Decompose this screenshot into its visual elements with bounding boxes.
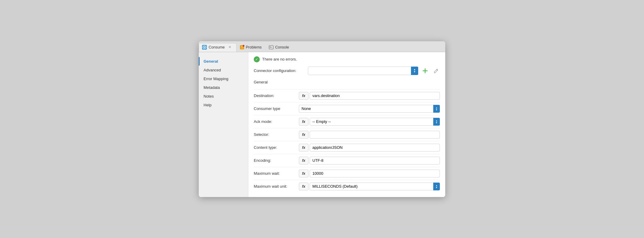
selector-fx-button[interactable]: fx — [299, 131, 308, 139]
field-row-maximum-wait: Maximum wait: fx — [254, 167, 440, 177]
check-icon: ✓ — [255, 57, 258, 61]
sidebar-item-error-mapping[interactable]: Error Mapping — [199, 74, 248, 83]
encoding-fx-button[interactable]: fx — [299, 157, 308, 164]
console-tab-icon — [269, 45, 274, 50]
encoding-label: Encoding: — [254, 158, 299, 163]
main-content: General Advanced Error Mapping Metadata … — [199, 52, 445, 197]
status-icon: ✓ — [254, 56, 260, 62]
console-tab-label: Console — [275, 45, 289, 49]
fx-icon: fx — [302, 171, 305, 176]
destination-input[interactable] — [310, 92, 440, 100]
ack-mode-select-wrapper: -- Empty -- ▲ ▼ — [310, 118, 440, 126]
status-message: There are no errors. — [262, 57, 297, 61]
destination-label: Destination: — [254, 93, 299, 98]
form-area: ✓ There are no errors. Connector configu… — [248, 52, 445, 197]
problems-tab-icon: ! — [240, 45, 244, 50]
section-header: General — [254, 80, 440, 86]
consumer-type-select[interactable]: None — [299, 105, 440, 113]
svg-text:!: ! — [241, 46, 242, 49]
encoding-input[interactable] — [310, 157, 440, 164]
sidebar-help-label: Help — [204, 103, 212, 107]
arrow-down-icon: ▼ — [413, 71, 416, 73]
sidebar-error-mapping-label: Error Mapping — [204, 77, 228, 81]
sidebar-metadata-label: Metadata — [204, 85, 220, 90]
sidebar-item-help[interactable]: Help — [199, 101, 248, 109]
fx-icon: fx — [302, 133, 305, 137]
tab-bar: Consume ✕ ! Problems Console — [199, 41, 445, 52]
maximum-wait-fx-button[interactable]: fx — [299, 170, 308, 177]
tab-consume[interactable]: Consume ✕ — [199, 43, 237, 52]
maximum-wait-unit-fx-button[interactable]: fx — [299, 183, 308, 190]
fx-icon: fx — [302, 158, 305, 163]
svg-point-4 — [243, 45, 244, 47]
selector-input[interactable] — [310, 131, 440, 139]
ack-mode-label: Ack mode: — [254, 119, 299, 124]
add-connector-button[interactable] — [421, 67, 429, 75]
tab-console[interactable]: Console — [266, 43, 293, 52]
edit-connector-button[interactable] — [432, 67, 440, 75]
consumer-type-select-wrapper: None ▲ ▼ — [299, 105, 440, 113]
field-row-content-type: Content type: fx — [254, 141, 440, 152]
fx-icon: fx — [302, 146, 305, 150]
sidebar-item-metadata[interactable]: Metadata — [199, 83, 248, 92]
sidebar-item-notes[interactable]: Notes — [199, 92, 248, 101]
field-row-destination: Destination: fx — [254, 89, 440, 100]
sidebar-item-advanced[interactable]: Advanced — [199, 66, 248, 74]
sidebar-general-label: General — [204, 59, 218, 64]
fx-icon: fx — [302, 120, 305, 124]
field-row-encoding: Encoding: fx — [254, 154, 440, 164]
selector-label: Selector: — [254, 132, 299, 137]
fx-icon: fx — [302, 184, 305, 189]
connector-select-arrows: ▲ ▼ — [411, 67, 418, 75]
field-row-consumer-type: Consumer type None ▲ ▼ — [254, 102, 440, 113]
main-window: Consume ✕ ! Problems Console General — [199, 41, 445, 197]
field-row-selector: Selector: fx — [254, 128, 440, 139]
consume-tab-close[interactable]: ✕ — [228, 45, 232, 49]
field-row-ack-mode: Ack mode: fx -- Empty -- ▲ ▼ — [254, 115, 440, 126]
content-type-fx-button[interactable]: fx — [299, 144, 308, 152]
sidebar: General Advanced Error Mapping Metadata … — [199, 52, 248, 197]
maximum-wait-unit-label: Maximum wait unit: — [254, 184, 299, 189]
problems-tab-label: Problems — [246, 45, 262, 49]
svg-point-1 — [204, 47, 205, 48]
ack-mode-fx-button[interactable]: fx — [299, 118, 308, 126]
ack-mode-select[interactable]: -- Empty -- — [310, 118, 440, 126]
maximum-wait-unit-select-wrapper: MILLISECONDS (Default) ▲ ▼ — [310, 183, 440, 190]
sidebar-item-general[interactable]: General — [199, 57, 248, 66]
status-bar: ✓ There are no errors. — [254, 56, 440, 62]
connector-select-wrapper: ▲ ▼ — [308, 67, 418, 75]
consume-tab-label: Consume — [209, 45, 225, 49]
destination-fx-button[interactable]: fx — [299, 92, 308, 100]
maximum-wait-unit-select[interactable]: MILLISECONDS (Default) — [310, 183, 440, 190]
connector-label: Connector configuration: — [254, 68, 305, 73]
sidebar-notes-label: Notes — [204, 94, 214, 99]
consume-tab-icon — [202, 45, 207, 50]
tab-problems[interactable]: ! Problems — [237, 43, 266, 52]
svg-rect-5 — [269, 45, 273, 49]
field-row-maximum-wait-unit: Maximum wait unit: fx MILLISECONDS (Defa… — [254, 180, 440, 190]
maximum-wait-input[interactable] — [310, 170, 440, 177]
sidebar-advanced-label: Advanced — [204, 68, 221, 72]
fx-icon: fx — [302, 94, 305, 98]
connector-select[interactable] — [308, 67, 418, 75]
consumer-type-label: Consumer type — [254, 106, 299, 111]
content-type-label: Content type: — [254, 145, 299, 150]
maximum-wait-label: Maximum wait: — [254, 171, 299, 176]
content-type-input[interactable] — [310, 144, 440, 152]
connector-row: Connector configuration: ▲ ▼ — [254, 67, 440, 75]
